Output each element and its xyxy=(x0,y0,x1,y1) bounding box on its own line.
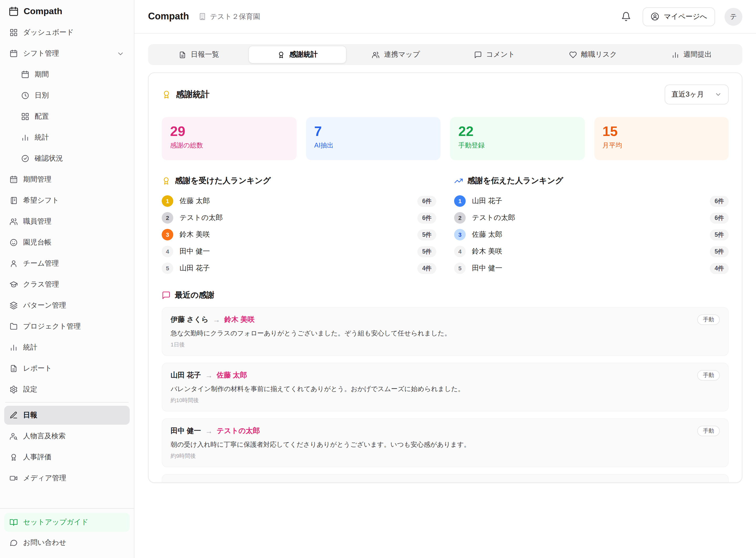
gratitude-item-header: 伊藤 さくら→鈴木 美咲手動 xyxy=(171,314,720,325)
stat-value: 29 xyxy=(170,124,288,140)
check-circle-icon xyxy=(21,154,29,163)
gratitude-item-partial xyxy=(162,474,729,483)
avatar[interactable]: テ xyxy=(725,8,742,25)
tab-label: 離職リスク xyxy=(581,50,617,59)
sidebar-item-class-management[interactable]: クラス管理 xyxy=(4,275,130,294)
sidebar-item-media-management[interactable]: メディア管理 xyxy=(4,469,130,488)
mypage-button[interactable]: マイページへ xyxy=(643,7,715,26)
bell-icon xyxy=(621,11,631,22)
content: 日報一覧感謝統計連携マップコメント離職リスク週間提出 感謝統計 直近3ヶ月 29… xyxy=(134,33,756,558)
message-square-icon xyxy=(162,291,171,300)
users-icon xyxy=(9,217,18,226)
received-ranking-title: 感謝を受けた人ランキング xyxy=(175,176,271,186)
gratitude-timestamp: 約10時間後 xyxy=(171,397,720,404)
sidebar-item-child-register[interactable]: 園児台帳 xyxy=(4,233,130,252)
sidebar-item-label: チーム管理 xyxy=(23,259,59,268)
sidebar-item-person-mention-search[interactable]: 人物言及検索 xyxy=(4,427,130,446)
sidebar-item-label: 配置 xyxy=(35,112,49,121)
given-ranking-list: 1山田 花子6件2テストの太郎6件3佐藤 太郎5件4鈴木 美咲5件5田中 健一4… xyxy=(454,193,729,277)
sidebar-item-label: 園児台帳 xyxy=(23,238,51,247)
notifications-button[interactable] xyxy=(619,9,633,24)
sidebar-item-confirmation-status[interactable]: 確認状況 xyxy=(16,149,130,168)
sidebar-item-label: プロジェクト管理 xyxy=(23,322,81,331)
bar-chart-icon xyxy=(9,343,18,352)
ranking-row: 2テストの太郎6件 xyxy=(454,209,729,226)
ranking-name: 佐藤 太郎 xyxy=(472,230,502,239)
tab-weekly-submission[interactable]: 週間提出 xyxy=(642,46,741,64)
sidebar-item-label: 日報 xyxy=(23,410,37,420)
sidebar-item-pattern-management[interactable]: パターン管理 xyxy=(4,296,130,315)
ranking-row: 3佐藤 太郎5件 xyxy=(454,226,729,243)
sidebar-item-contact[interactable]: お問い合わせ xyxy=(4,533,130,552)
page-title: Compath xyxy=(148,11,189,22)
layers-icon xyxy=(9,301,18,310)
notebook-icon xyxy=(9,196,18,205)
sidebar-item-statistics[interactable]: 統計 xyxy=(4,338,130,357)
ranking-count-badge: 5件 xyxy=(418,246,436,257)
stat-card-0: 29感謝の総数 xyxy=(162,117,296,160)
tab-report-list[interactable]: 日報一覧 xyxy=(150,46,248,64)
gratitude-message: 急な欠勤時にクラスのフォローありがとうございました。ぞう組も安心して任せられまし… xyxy=(171,329,720,338)
sidebar-item-dashboard[interactable]: ダッシュボード xyxy=(4,23,130,42)
tab-comments[interactable]: コメント xyxy=(445,46,544,64)
ranking-count-badge: 6件 xyxy=(418,212,436,223)
panel-header: 感謝統計 直近3ヶ月 xyxy=(162,84,729,104)
sidebar-item-shift-statistics[interactable]: 統計 xyxy=(16,128,130,147)
sidebar-item-label: 統計 xyxy=(35,133,49,142)
ranking-count-badge: 6件 xyxy=(710,212,729,223)
logo-calendar-icon xyxy=(8,6,19,17)
gratitude-timestamp: 1日後 xyxy=(171,341,720,349)
sidebar-item-staff-management[interactable]: 職員管理 xyxy=(4,212,130,231)
stat-label: 感謝の総数 xyxy=(170,141,288,150)
file-text-icon xyxy=(179,51,187,58)
sidebar-item-daily-report[interactable]: 日報 xyxy=(4,406,130,425)
rank-badge: 3 xyxy=(162,229,173,240)
sidebar-item-team-management[interactable]: チーム管理 xyxy=(4,254,130,273)
app-logo-text: Compath xyxy=(24,6,62,17)
sidebar-item-project-management[interactable]: プロジェクト管理 xyxy=(4,317,130,336)
sidebar-item-assignment[interactable]: 配置 xyxy=(16,107,130,126)
sidebar-item-settings[interactable]: 設定 xyxy=(4,380,130,399)
gratitude-item: 田中 健一→テストの太郎手動朝の受け入れ時に丁寧に保護者対応してくださりありがと… xyxy=(162,418,729,467)
sidebar-item-period[interactable]: 期間 xyxy=(16,65,130,84)
sidebar-item-hr-evaluation[interactable]: 人事評価 xyxy=(4,448,130,467)
sidebar-item-label: 職員管理 xyxy=(23,217,51,226)
sidebar-footer: セットアップガイドお問い合わせ xyxy=(0,508,134,558)
arrow-right-icon: → xyxy=(212,315,220,324)
calendar-days-icon xyxy=(9,175,18,184)
gratitude-message: 朝の受け入れ時に丁寧に保護者対応してくださりありがとうございます。いつも安心感が… xyxy=(171,440,720,450)
rank-badge: 2 xyxy=(454,212,466,224)
rank-badge: 4 xyxy=(162,246,173,257)
book-open-icon xyxy=(9,518,18,527)
message-circle-icon xyxy=(9,538,18,547)
pen-line-icon xyxy=(9,411,18,420)
tab-gratitude-stats[interactable]: 感謝統計 xyxy=(248,46,347,64)
ranking-row: 4鈴木 美咲5件 xyxy=(454,243,729,260)
ranking-count-badge: 5件 xyxy=(710,246,729,257)
folder-icon xyxy=(9,322,18,331)
manual-badge: 手動 xyxy=(697,426,720,436)
sidebar-item-report[interactable]: レポート xyxy=(4,359,130,378)
gratitude-item-header: 田中 健一→テストの太郎手動 xyxy=(171,426,720,436)
tab-collaboration-map[interactable]: 連携マップ xyxy=(347,46,445,64)
sidebar-item-request-shift[interactable]: 希望シフト xyxy=(4,191,130,210)
received-ranking-section: 感謝を受けた人ランキング 1佐藤 太郎6件2テストの太郎6件3鈴木 美咲5件4田… xyxy=(162,176,436,277)
trending-up-icon xyxy=(454,176,463,185)
rank-badge: 4 xyxy=(454,246,466,257)
sidebar-item-label: レポート xyxy=(23,364,52,373)
period-select-value: 直近3ヶ月 xyxy=(672,90,704,99)
period-select[interactable]: 直近3ヶ月 xyxy=(665,84,729,104)
arrow-right-icon: → xyxy=(205,371,212,380)
ranking-name: 田中 健一 xyxy=(472,263,502,273)
sidebar-item-period-management[interactable]: 期間管理 xyxy=(4,170,130,189)
panel-title: 感謝統計 xyxy=(176,89,209,100)
sidebar-nav: ダッシュボードシフト管理期間日別配置統計確認状況期間管理希望シフト職員管理園児台… xyxy=(0,21,134,508)
sidebar-item-setup-guide[interactable]: セットアップガイド xyxy=(4,513,130,532)
sidebar-item-daily[interactable]: 日別 xyxy=(16,86,130,105)
gratitude-item-header: 山田 花子→佐藤 太郎手動 xyxy=(171,370,720,381)
tab-turnover-risk[interactable]: 離職リスク xyxy=(544,46,642,64)
sidebar-item-shift-management[interactable]: シフト管理 xyxy=(4,44,130,63)
app-logo[interactable]: Compath xyxy=(0,0,134,21)
stat-value: 7 xyxy=(314,124,432,140)
gratitude-panel: 感謝統計 直近3ヶ月 29感謝の総数7AI抽出22手動登録15月平均 感謝を受け… xyxy=(148,72,742,483)
